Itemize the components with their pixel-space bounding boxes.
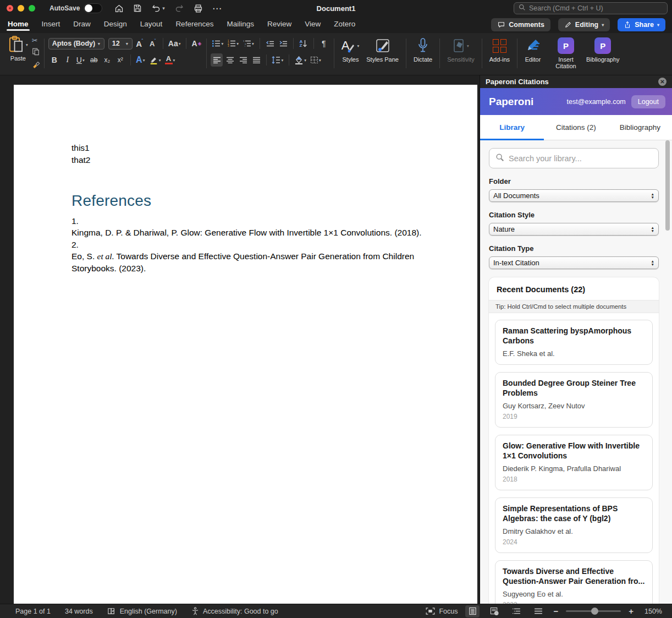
pilcrow-button[interactable]: ¶ [318,37,330,50]
shading-button[interactable]: ▾ [293,53,308,67]
document-card[interactable]: Raman Scattering byspAmorphous Carbons E… [495,320,653,365]
titlebar-search[interactable] [514,2,668,14]
font-name-select[interactable]: Aptos (Body)▾ [48,38,104,50]
page-indicator[interactable]: Page 1 of 1 [15,608,51,615]
zoom-slider[interactable] [566,610,621,612]
tab-zotero[interactable]: Zotero [334,18,355,32]
zoom-slider-thumb[interactable] [591,608,598,615]
home-icon[interactable] [114,4,124,13]
underline-button[interactable]: U▾ [75,53,87,67]
zoom-out-button[interactable]: − [553,606,558,616]
styles-pane-button[interactable]: Styles Pane [363,35,402,74]
paperoni-p-icon: P [594,37,611,54]
superscript-button[interactable]: x² [114,53,126,67]
bibliography-button[interactable]: P Bibliography [583,35,623,74]
reference-entry: Kingma, D. P. & Dhariwal, P. Glow: Gener… [71,227,444,239]
accessibility-status[interactable]: Accessibility: Good to go [191,607,278,615]
multilevel-list-button[interactable]: 1ai▾ [241,37,256,50]
numbered-list-button[interactable]: 123▾ [226,37,240,50]
doc-line: that2 [71,154,444,166]
editor-button[interactable]: Editor [521,35,544,74]
zoom-window-button[interactable] [29,5,35,12]
logout-button[interactable]: Logout [631,95,665,108]
format-painter-icon[interactable] [32,61,40,70]
font-size-select[interactable]: 12▾ [108,38,133,50]
titlebar: AutoSave ▾ ⋯ Document1 [0,0,672,17]
document-page[interactable]: this1 that2 References 1. Kingma, D. P. … [14,85,477,604]
align-right-button[interactable] [237,53,249,67]
line-spacing-button[interactable]: ▾ [271,53,285,67]
svg-text:i: i [245,45,245,47]
highlight-button[interactable]: ▾ [148,53,163,67]
tab-design[interactable]: Design [104,18,127,32]
document-card[interactable]: Bounded Degree Group Steiner Tree Proble… [495,372,653,428]
borders-button[interactable]: ▾ [309,53,323,67]
increase-indent-button[interactable] [277,37,289,50]
search-input[interactable] [529,4,663,12]
tab-view[interactable]: View [305,18,321,32]
citation-type-select[interactable]: In-text Citation ▲▼ [489,256,659,269]
change-case-button[interactable]: Aa▾ [167,37,183,50]
tab-review[interactable]: Review [267,18,291,32]
decrease-indent-button[interactable] [264,37,276,50]
web-layout-view-button[interactable] [487,605,502,617]
spellcheck-status[interactable]: English (Germany) [107,608,177,615]
sort-button[interactable]: AZ [298,37,310,50]
print-icon[interactable] [194,4,203,13]
clear-formatting-button[interactable]: A◈ [190,37,202,50]
document-card[interactable]: Towards Diverse and Effective Question-A… [495,560,653,604]
comments-button[interactable]: Comments [491,18,550,31]
copy-icon[interactable] [32,47,40,58]
bullet-list-button[interactable]: ▾ [211,37,225,50]
word-count[interactable]: 34 words [65,608,93,615]
minimize-window-button[interactable] [18,5,24,12]
undo-icon[interactable]: ▾ [151,4,165,13]
subscript-button[interactable]: x₂ [101,53,113,67]
document-card[interactable]: Glow: Generative Flow with Invertible 1×… [495,435,653,490]
tab-layout[interactable]: Layout [140,18,163,32]
save-icon[interactable] [133,4,142,13]
italic-button[interactable]: I [62,53,74,67]
document-card[interactable]: Simple Representations of BPS Algebras: … [495,497,653,553]
tab-draw[interactable]: Draw [73,18,91,32]
autosave-toggle[interactable] [84,3,102,13]
tab-mailings[interactable]: Mailings [227,18,254,32]
insert-citation-button[interactable]: P Insert Citation [549,35,583,74]
strikethrough-button[interactable]: ab [88,53,100,67]
outline-view-button[interactable] [509,605,524,617]
more-commands-icon[interactable]: ⋯ [212,3,222,14]
close-window-button[interactable] [7,5,13,12]
share-button[interactable]: Share▾ [618,18,665,31]
dictate-button[interactable]: Dictate [410,35,436,74]
paste-button[interactable]: ▾ Paste [4,35,32,74]
folder-select[interactable]: All Documents ▲▼ [489,189,659,202]
tab-library[interactable]: Library [480,115,544,140]
cut-icon[interactable]: ✂ [32,37,40,45]
close-panel-icon[interactable]: ✕ [658,78,667,86]
text-effects-button[interactable]: A▾ [135,53,147,67]
tab-citations[interactable]: Citations (2) [544,115,608,140]
editing-mode-button[interactable]: Editing▾ [558,18,610,31]
styles-button[interactable]: A▾ Styles [338,35,363,74]
font-color-button[interactable]: A▾ [164,53,177,67]
panel-scrollbar[interactable] [665,140,670,231]
tab-insert[interactable]: Insert [42,18,60,32]
zoom-level[interactable]: 150% [641,608,662,615]
draft-view-button[interactable] [531,605,546,617]
print-layout-view-button[interactable] [465,605,480,617]
addins-button[interactable]: Add-ins [486,35,513,74]
bold-button[interactable]: B [48,53,60,67]
focus-mode-button[interactable]: Focus [426,608,458,615]
tab-bibliography[interactable]: Bibliography [608,115,672,140]
zoom-in-button[interactable]: + [629,606,634,616]
shrink-font-button[interactable]: Aˇ [147,37,159,50]
justify-button[interactable] [250,53,262,67]
citation-style-select[interactable]: Nature ▲▼ [489,223,659,236]
grow-font-button[interactable]: Aˆ [134,37,146,50]
align-center-button[interactable] [224,53,236,67]
tab-home[interactable]: Home [8,18,29,32]
align-left-button[interactable] [211,53,223,67]
tab-references[interactable]: References [175,18,213,32]
library-search-input[interactable] [509,154,652,163]
library-search[interactable] [489,148,659,168]
